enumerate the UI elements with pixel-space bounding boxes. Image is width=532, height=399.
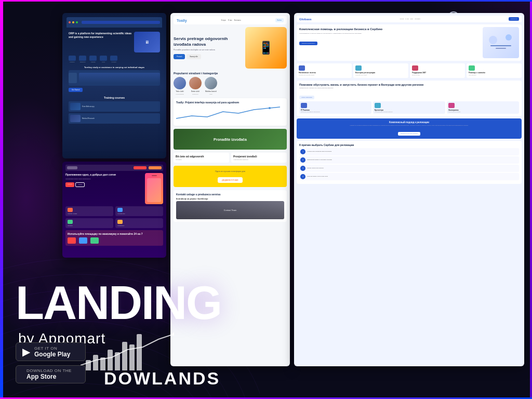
sc-right-action-title: Комплексный подход к релокации xyxy=(299,121,519,124)
sc1-turnkey-title: Turnkey study or assistance in carrying … xyxy=(69,66,160,69)
sc-mid-header: Toally Услуги О нас Контакты Войти xyxy=(174,16,287,24)
sc-right-grid-1: IT Решения Разработка программного обесп… xyxy=(299,101,371,114)
right-accent-bar xyxy=(530,0,532,399)
sc1-course-1: Knee Arthroscopy xyxy=(69,101,160,112)
sc-mid-chart-svg xyxy=(176,105,280,121)
sc-right-section2-title: Поможем обустроить жизнь и запустить биз… xyxy=(299,83,519,86)
sc-right-hero: Комплексная помощь в релокации бизнеса в… xyxy=(297,24,522,61)
sc2-feat-3: Проекты xyxy=(65,218,113,228)
sc-right-content: Globass Услуги О нас Блог Контакты Связа… xyxy=(294,13,524,366)
screenshot-toally: Toally Услуги О нас Контакты Войти Servi… xyxy=(170,13,290,387)
sc-right-hero-sub: Сопровождение от опытного кадра по сотру… xyxy=(299,33,480,35)
sc-right-action-banner: Комплексный подход к релокации Каждой из… xyxy=(297,118,522,139)
sc2-bottom-section: Используйте площадку по максимуму и помо… xyxy=(65,230,163,246)
sc1-title: ORP is a platform for implementing scien… xyxy=(69,32,132,38)
sc2-bottom-icons xyxy=(68,237,161,244)
sc-mid-feature-title: Toally: Prijatni interfejs naseynja od p… xyxy=(176,101,284,104)
sc-mid-person-1: Todor Lukić Vodoinstalater xyxy=(174,77,186,95)
sc-right-grid-3: Экспатриаты Интеграция иностранцев xyxy=(447,101,519,114)
sc-mid-info-boxes: Bit ćete od odgovornih Svi radnici Provj… xyxy=(174,153,287,163)
sc-mid-people-list: Todor Lukić Vodoinstalater Darko Lukić E… xyxy=(174,77,287,95)
sc-mid-banner-text: Pronađite izvođača xyxy=(214,138,247,141)
sc1-dot-yellow xyxy=(72,21,74,23)
top-accent-bar xyxy=(0,0,532,2)
sc1-icons: Platform Research Training Tools xyxy=(69,56,160,63)
sc2-title: Приложение одно, а добрых дел сотня xyxy=(65,173,143,177)
sc1-icon-1: Platform xyxy=(69,56,76,63)
sc-mid-secondary-btn[interactable]: Saznaj više xyxy=(187,54,201,59)
sc2-feat-1: Помощь людям xyxy=(65,206,113,216)
google-play-main-text: Google Play xyxy=(34,351,70,358)
svg-point-9 xyxy=(269,107,271,109)
svg-point-11 xyxy=(506,34,512,41)
sc-mid-logo: Toally xyxy=(177,19,187,22)
sc-mid-popular-section: Popularni stražani i kategorije Todor Lu… xyxy=(174,72,287,95)
sc-mid-hero-text: Servis pretrage odgovornih izvođača rado… xyxy=(174,36,242,59)
screenshot-globass: Globass Услуги О нас Блог Контакты Связа… xyxy=(294,13,524,387)
google-play-badge[interactable]: ▶ GET IT ON Google Play xyxy=(16,342,86,361)
sc-mid-banner: Pronađite izvođača xyxy=(174,129,287,150)
sc2-btn-primary[interactable]: Скачать xyxy=(65,182,74,187)
sc-mid-person-3: Nikoleta Janović Zidar xyxy=(205,77,217,95)
sc-right-action-btn[interactable]: Записаться на консультацию xyxy=(398,132,421,136)
sc-right-grid: IT Решения Разработка программного обесп… xyxy=(299,101,519,114)
sc-right-step-3: 3 Низкие налоги для бизнеса xyxy=(299,165,519,172)
sc-mid-cta-btn[interactable]: Pretraži xyxy=(174,54,185,59)
sc2-features-grid: Помощь людям Сообщество Проекты Поддержк… xyxy=(65,206,163,228)
sc1-hero: ORP is a platform for implementing scien… xyxy=(69,32,160,52)
sc-mid-hero: Servis pretrage odgovornih izvođača rado… xyxy=(174,27,287,69)
sc-right-hero-image xyxy=(483,27,519,58)
sc1-content: ORP is a platform for implementing scien… xyxy=(66,30,162,127)
sc2-btn-secondary[interactable]: Узнать xyxy=(75,182,85,187)
sc-mid-yellow-btn[interactable]: ДЕДАЕМ ЛУЧШЕ xyxy=(218,177,243,183)
sc-right-section2: Поможем обустроить жизнь и запустить биз… xyxy=(297,81,522,116)
svg-rect-13 xyxy=(496,48,506,49)
sc-right-step-4: 4 Качество жизни и доступные цены xyxy=(299,173,519,180)
sc-mid-instructions-title: Instrukcije za prijivu i korišćenje xyxy=(176,197,284,200)
sc2-phone-mockup xyxy=(145,173,163,204)
sc1-url-bar xyxy=(82,21,160,24)
dowlands-label: DOWLANDS xyxy=(104,368,220,389)
sc1-icon-5: Connect xyxy=(110,56,117,63)
app-store-pre-text: Download on the xyxy=(26,368,72,373)
app-store-badge[interactable]: Download on the App Store xyxy=(16,365,86,383)
store-badges-container: ▶ GET IT ON Google Play Download on the … xyxy=(16,342,86,383)
sc-right-step-2: 2 Безвизовый режим со многими странами xyxy=(299,156,519,164)
sc1-icon-3: Training xyxy=(89,56,97,63)
sc-mid-hero-image: 📱 xyxy=(245,27,287,69)
svg-rect-12 xyxy=(490,45,511,46)
sc1-dot-red xyxy=(69,21,71,23)
sc1-hero-image: 🖥 xyxy=(134,32,160,52)
google-play-text: GET IT ON Google Play xyxy=(34,346,70,358)
sc-right-hero-title: Комплексная помощь в релокации бизнеса в… xyxy=(299,27,480,31)
sc1-hero-text: ORP is a platform for implementing scien… xyxy=(69,32,132,40)
sc2-bottom-title: Используйте площадку по максимуму и помо… xyxy=(68,232,161,235)
sc-right-header-btn[interactable]: Связаться xyxy=(509,17,519,21)
sc1-icon-4: Tools xyxy=(100,56,107,63)
sc-right-feat-4: Помощь с жильём Поиск квартиры xyxy=(467,63,522,78)
sc-mid-contact-section: Kontakt usluge u preduzeca servisa Instr… xyxy=(174,190,287,222)
sc-right-steps-section: 8 причин выбрать Сербию для релокации 1 … xyxy=(297,141,522,184)
sc-right-step-1: 1 Стабильная и предсказуемая экономика xyxy=(299,148,519,155)
sc-mid-hero-btns: Pretraži Saznaj više xyxy=(174,54,242,59)
app-store-main-text: App Store xyxy=(26,373,72,380)
sc1-courses-section: Training courses Knee Arthroscopy Medica… xyxy=(69,96,160,124)
trend-line-svg xyxy=(81,329,174,370)
sc-mid-bottom-image: Contact Team xyxy=(176,201,284,219)
sc-right-hero-btn[interactable]: Проконсультируйтесь xyxy=(299,42,317,45)
sc-mid-nav: Услуги О нас Контакты xyxy=(221,19,241,21)
sc-right-section2-btn[interactable]: Узнать подробнее xyxy=(299,96,314,99)
sc-mid-header-btn[interactable]: Войти xyxy=(275,18,284,22)
sc-right-feat-2: Быстрая регистрация Открытие счёта в бан… xyxy=(353,63,408,78)
sc-right-nav: Услуги О нас Блог Контакты xyxy=(400,18,421,20)
sc2-desc: Объединяем добрые дела в одном месте xyxy=(65,178,143,180)
svg-point-14 xyxy=(172,332,174,336)
background: ◎ APPOMART ORP is a platform for impleme… xyxy=(0,0,532,399)
sc-right-feat-3: Поддержка 24/7 Всегда на связи xyxy=(410,63,465,78)
sc-mid-hero-sub: Pronađite pouzdane stručnjake za sve vrs… xyxy=(174,49,242,51)
sc2-left-content: Приложение одно, а добрых дел сотня Объе… xyxy=(65,173,143,204)
sc-right-hero-text: Комплексная помощь в релокации бизнеса в… xyxy=(299,27,480,58)
sc2-feat-2: Сообщество xyxy=(115,206,163,216)
sc1-course-2: Medical Research xyxy=(69,113,160,124)
sc1-cta-btn: Get Started xyxy=(69,88,83,92)
